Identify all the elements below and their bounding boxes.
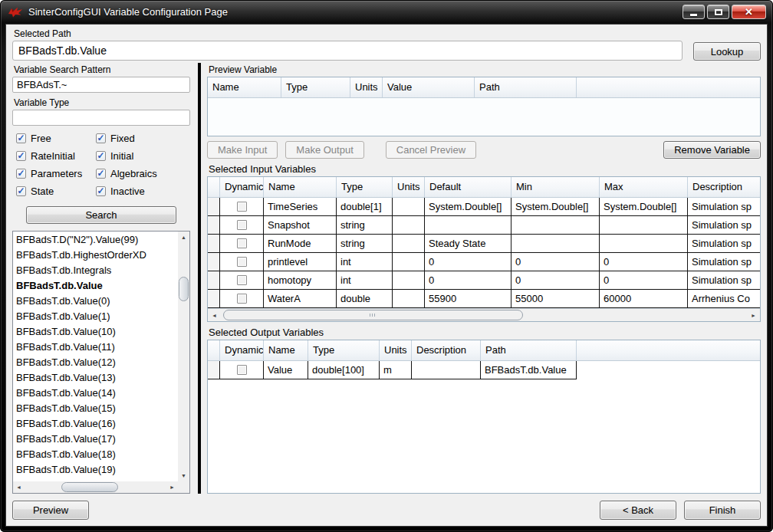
filter-checkbox[interactable]: ✓ RateInitial: [16, 150, 96, 162]
column-header[interactable]: Description: [688, 177, 761, 197]
make-input-button[interactable]: Make Input: [207, 141, 278, 159]
dynamic-checkbox[interactable]: [237, 220, 247, 230]
name-cell: WaterA: [264, 290, 337, 308]
column-header[interactable]: Value: [383, 77, 475, 97]
column-header[interactable]: Max: [600, 177, 688, 197]
list-item[interactable]: BFBadsT.db.Value(15): [13, 401, 178, 416]
lookup-button[interactable]: Lookup: [693, 42, 761, 61]
scrollbar-track[interactable]: [25, 481, 166, 493]
list-item[interactable]: BFBadsT.db.Value(1): [13, 309, 178, 324]
scrollbar-thumb[interactable]: [223, 310, 523, 320]
scrollbar-thumb[interactable]: [179, 277, 189, 301]
filter-checkbox[interactable]: ✓ Algebraics: [96, 168, 190, 179]
scroll-left-icon[interactable]: ◄: [13, 481, 25, 493]
row-selector-cell[interactable]: [208, 216, 220, 235]
column-header[interactable]: Dynamic: [220, 340, 264, 360]
list-item[interactable]: BFBadsT.db.Value(17): [13, 432, 178, 447]
scrollbar-thumb[interactable]: [61, 482, 118, 492]
column-header[interactable]: Name: [264, 177, 337, 197]
table-row[interactable]: printlevel int 0 0 0 Simulation sp: [208, 253, 760, 271]
minimize-button[interactable]: [683, 5, 705, 19]
list-horizontal-scrollbar[interactable]: ◄ ►: [13, 481, 178, 493]
row-selector-cell[interactable]: [208, 198, 220, 216]
filter-checkbox[interactable]: ✓ Inactive: [96, 186, 190, 197]
scrollbar-track[interactable]: [221, 309, 747, 321]
maximize-button[interactable]: [707, 5, 729, 19]
column-header[interactable]: Min: [511, 177, 600, 197]
table-horizontal-scrollbar[interactable]: ◄ ►: [208, 308, 760, 321]
column-header[interactable]: Description: [412, 340, 481, 360]
list-item[interactable]: BFBadsT.db.Value(18): [13, 447, 178, 462]
table-row[interactable]: TimeSeries double[1] System.Double[] Sys…: [208, 198, 760, 216]
column-header[interactable]: Type: [308, 340, 380, 360]
dynamic-checkbox[interactable]: [237, 294, 247, 304]
list-item[interactable]: BFBadsT.db.Value: [13, 278, 178, 294]
column-header[interactable]: Name: [264, 340, 308, 360]
list-item[interactable]: BFBadsT.db.Value(11): [13, 340, 178, 355]
preview-button[interactable]: Preview: [12, 501, 89, 520]
max-cell: 0: [600, 253, 688, 271]
list-item[interactable]: BFBadsT.db.Value(12): [13, 355, 178, 370]
column-header[interactable]: Units: [380, 340, 412, 360]
row-selector-cell[interactable]: [208, 235, 220, 253]
list-item[interactable]: BFBadsT.db.Value(19): [13, 462, 178, 478]
selected-path-input[interactable]: [12, 41, 683, 61]
filter-checkbox[interactable]: ✓ Initial: [96, 150, 190, 162]
row-selector-cell[interactable]: [208, 361, 220, 379]
column-header[interactable]: Path: [475, 77, 577, 97]
row-selector-cell[interactable]: [208, 253, 220, 271]
table-row[interactable]: homotopy int 0 0 0 Simulation sp: [208, 271, 760, 290]
list-item[interactable]: BFBadsT.db.Integrals: [13, 263, 178, 278]
filter-checkbox[interactable]: ✓ State: [16, 186, 96, 197]
list-item[interactable]: BFBadsT.db.Value(16): [13, 416, 178, 432]
back-button[interactable]: < Back: [600, 501, 676, 520]
column-header[interactable]: Units: [393, 177, 425, 197]
dynamic-checkbox[interactable]: [237, 238, 247, 248]
row-selector-cell[interactable]: [208, 290, 220, 308]
column-header[interactable]: Type: [281, 77, 350, 97]
scroll-right-icon[interactable]: ►: [747, 309, 760, 321]
cancel-preview-button[interactable]: Cancel Preview: [386, 141, 476, 159]
panel-divider: [198, 63, 201, 494]
scroll-left-icon[interactable]: ◄: [208, 309, 221, 321]
column-header[interactable]: Name: [208, 77, 281, 97]
column-header[interactable]: Dynamic: [220, 177, 264, 197]
column-header[interactable]: Type: [337, 177, 393, 197]
table-row[interactable]: RunMode string Steady State Simulation s…: [208, 235, 760, 253]
dynamic-cell: [220, 198, 264, 216]
close-button[interactable]: ✕: [732, 5, 766, 19]
type-cell: string: [337, 216, 393, 235]
table-row[interactable]: WaterA double 55900 55000 60000 Arrheniu…: [208, 290, 760, 308]
dynamic-checkbox[interactable]: [237, 257, 247, 267]
scrollbar-track[interactable]: [178, 243, 189, 470]
variable-type-input[interactable]: [12, 110, 190, 126]
table-row[interactable]: Value double[100] m BFBadsT.db.Value: [208, 361, 760, 379]
remove-variable-button[interactable]: Remove Variable: [663, 141, 761, 159]
column-header[interactable]: Path: [481, 340, 577, 360]
list-item[interactable]: BFBadsT.db.HighestOrderXD: [13, 248, 178, 263]
table-header-row: DynamicNameTypeUnitsDefaultMinMaxDescrip…: [208, 177, 760, 198]
dynamic-checkbox[interactable]: [237, 365, 247, 375]
list-item[interactable]: BFBadsT.db.Value(13): [13, 370, 178, 386]
scroll-right-icon[interactable]: ►: [166, 481, 178, 493]
list-item[interactable]: BFBadsT.db.Value(14): [13, 386, 178, 401]
dynamic-checkbox[interactable]: [237, 275, 247, 285]
filter-checkbox[interactable]: ✓ Fixed: [96, 133, 190, 144]
make-output-button[interactable]: Make Output: [285, 141, 363, 159]
scroll-down-icon[interactable]: ▼: [178, 470, 189, 481]
filter-checkbox[interactable]: ✓ Free: [16, 133, 96, 144]
search-button[interactable]: Search: [26, 206, 176, 224]
row-selector-cell[interactable]: [208, 271, 220, 290]
dynamic-checkbox[interactable]: [237, 202, 247, 212]
filter-checkbox[interactable]: ✓ Parameters: [16, 168, 96, 179]
variable-search-pattern-input[interactable]: [12, 77, 190, 93]
list-item[interactable]: BFBadsT.db.Value(10): [13, 324, 178, 340]
column-header[interactable]: Default: [425, 177, 511, 197]
table-row[interactable]: Snapshot string Simulation sp: [208, 216, 760, 235]
finish-button[interactable]: Finish: [684, 501, 761, 520]
scroll-up-icon[interactable]: ▲: [178, 232, 189, 243]
list-vertical-scrollbar[interactable]: ▲ ▼: [178, 232, 189, 481]
list-item[interactable]: BFBadsT.D("N2").Value(99): [13, 232, 178, 248]
column-header[interactable]: Units: [350, 77, 383, 97]
list-item[interactable]: BFBadsT.db.Value(0): [13, 294, 178, 309]
